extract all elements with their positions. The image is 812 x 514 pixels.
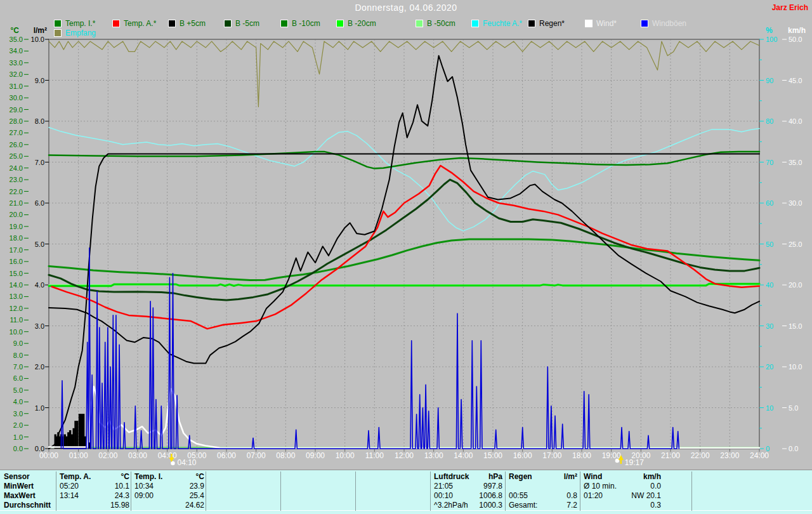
svg-text:8.0: 8.0 (13, 352, 23, 359)
legend-label: Regen* (539, 19, 565, 28)
svg-text:12:00: 12:00 (395, 451, 414, 460)
legend-label: Wind* (596, 19, 617, 28)
svg-text:23:00: 23:00 (720, 451, 739, 460)
svg-text:13:00: 13:00 (424, 451, 443, 460)
legend-label: B +5cm (180, 19, 206, 28)
legend-item-empfang: Empfang (54, 29, 96, 37)
svg-text:4.0: 4.0 (13, 398, 23, 405)
svg-text:0.0: 0.0 (13, 445, 23, 452)
svg-text:04:10: 04:10 (177, 458, 196, 467)
temp-a-swatch-icon (112, 20, 120, 27)
svg-text:%: % (766, 26, 773, 35)
svg-text:23.0: 23.0 (10, 176, 23, 183)
svg-text:40: 40 (766, 281, 773, 289)
column-separator (505, 471, 506, 511)
svg-text:01:00: 01:00 (69, 451, 88, 460)
svg-text:31.0: 31.0 (10, 82, 23, 90)
legend-label: B -5cm (235, 19, 259, 28)
svg-text:40.0: 40.0 (789, 117, 802, 125)
windboeen-swatch-icon (641, 20, 648, 27)
svg-text:34.0: 34.0 (10, 47, 23, 55)
column-separator (580, 471, 580, 511)
column-separator (206, 471, 206, 511)
svg-text:25.0: 25.0 (789, 241, 802, 248)
svg-text:21:00: 21:00 (661, 451, 680, 460)
svg-text:3.0: 3.0 (13, 410, 23, 418)
cell-time: Ø 10 min. (584, 482, 617, 491)
svg-text:7.0: 7.0 (13, 363, 23, 371)
cell-time: 05:20 (60, 482, 79, 491)
svg-text:16:00: 16:00 (513, 451, 532, 460)
svg-text:10.0: 10.0 (31, 36, 44, 43)
cell-time: 01:20 (584, 491, 603, 501)
column-separator (691, 471, 692, 511)
column-separator (430, 471, 431, 511)
svg-text:17.0: 17.0 (10, 246, 23, 254)
svg-text:14.0: 14.0 (10, 281, 23, 289)
row-label: Durchschnitt (4, 501, 51, 510)
column-unit: l/m² (564, 472, 577, 482)
legend-item-temp-a: Temp. A.* (112, 20, 156, 27)
cell-time: ^3.2hPa/h (434, 501, 468, 510)
svg-text:20.0: 20.0 (789, 281, 802, 289)
temp-i-swatch-icon (54, 20, 62, 27)
svg-text:33.0: 33.0 (10, 59, 23, 67)
cell-value: 1000.3 (479, 501, 502, 510)
svg-text:15:00: 15:00 (483, 451, 502, 460)
legend-label: Empfang (65, 29, 96, 37)
svg-text:6.0: 6.0 (35, 199, 44, 207)
legend-label: B -20cm (348, 19, 376, 28)
svg-text:7.0: 7.0 (35, 159, 44, 166)
column-header: Temp. I. (134, 472, 162, 482)
weather-chart: °Cl/m²%km/h0.01.02.03.04.05.06.07.08.09.… (0, 0, 812, 470)
cell-value: 1006.8 (479, 491, 502, 501)
legend-label: Windböen (652, 19, 686, 28)
svg-text:20: 20 (766, 363, 773, 371)
svg-text:30.0: 30.0 (10, 94, 23, 102)
legend-item-b-minus20: B -20cm (336, 20, 376, 27)
svg-text:3.0: 3.0 (35, 322, 44, 330)
svg-text:30: 30 (766, 322, 773, 330)
column-separator (56, 471, 56, 511)
svg-text:50: 50 (766, 241, 773, 248)
svg-text:1.0: 1.0 (35, 404, 44, 412)
legend-item-b-plus5: B +5cm (168, 20, 206, 27)
svg-text:0.0: 0.0 (789, 445, 798, 452)
column-unit: hPa (488, 472, 502, 482)
b-minus5-swatch-icon (224, 20, 232, 27)
svg-text:60: 60 (766, 199, 773, 207)
svg-text:32.0: 32.0 (10, 70, 23, 78)
legend-label: Temp. I.* (65, 19, 95, 28)
svg-text:10.0: 10.0 (789, 363, 802, 371)
svg-text:8.0: 8.0 (35, 117, 44, 125)
svg-text:90: 90 (766, 77, 773, 84)
b-plus5-swatch-icon (168, 20, 176, 27)
svg-text:21.0: 21.0 (10, 199, 23, 207)
legend-label: Feuchte A.* (483, 19, 522, 28)
svg-text:2.0: 2.0 (13, 421, 23, 429)
svg-text:km/h: km/h (788, 26, 806, 35)
svg-text:12.0: 12.0 (10, 305, 23, 312)
legend-item-b-minus10: B -10cm (280, 20, 320, 27)
svg-text:25.0: 25.0 (10, 152, 23, 160)
legend-item-b-minus50: B -50cm (416, 20, 455, 27)
svg-text:29.0: 29.0 (10, 106, 23, 114)
table-bottom-divider (0, 510, 812, 511)
column-separator (131, 471, 131, 511)
svg-text:9.0: 9.0 (35, 77, 44, 84)
b-minus20-swatch-icon (336, 20, 344, 27)
legend-item-b-minus5: B -5cm (224, 20, 259, 27)
svg-text:03:00: 03:00 (128, 451, 147, 460)
svg-text:80: 80 (766, 117, 773, 125)
svg-text:10: 10 (766, 404, 773, 412)
svg-text:9.0: 9.0 (13, 339, 23, 347)
wind-swatch-icon (585, 20, 593, 27)
svg-text:6.0: 6.0 (13, 374, 23, 382)
cell-value: 23.9 (190, 482, 204, 491)
svg-text:19.0: 19.0 (10, 223, 23, 230)
svg-text:28.0: 28.0 (10, 117, 23, 125)
svg-text:4.0: 4.0 (35, 281, 44, 289)
svg-text:17:00: 17:00 (542, 451, 561, 460)
statistics-table: SensorMinWertMaxWertDurchschnittTemp. A.… (0, 470, 812, 514)
series-temp_a (52, 166, 759, 329)
